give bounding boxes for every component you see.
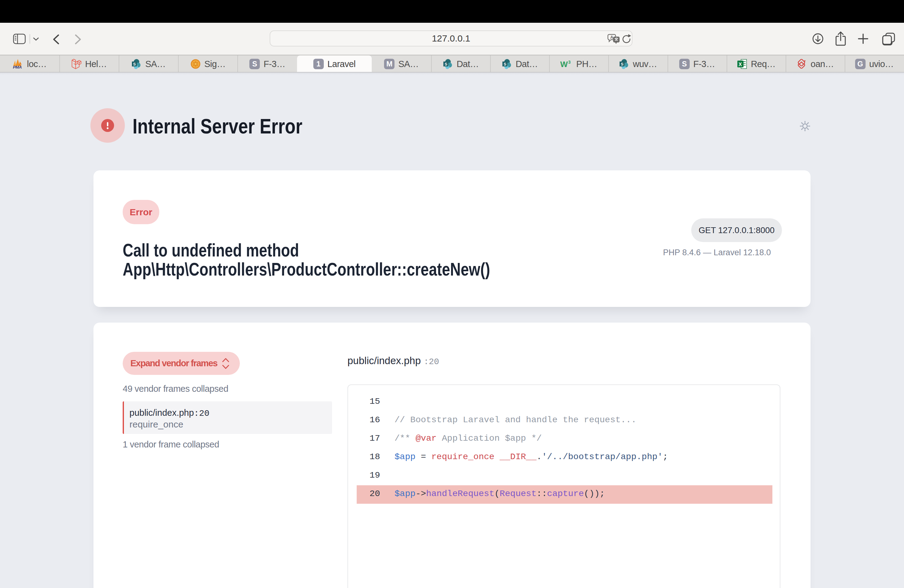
svg-text:3: 3: [568, 60, 571, 65]
svg-text:S: S: [445, 62, 447, 66]
svg-text:W: W: [560, 60, 568, 69]
svg-text:S: S: [621, 62, 624, 66]
svg-text:A: A: [610, 35, 613, 40]
svg-text:S: S: [133, 62, 136, 66]
svg-text:X: X: [738, 62, 742, 67]
svg-text:S: S: [504, 62, 506, 66]
svg-text:PMA: PMA: [13, 65, 22, 69]
